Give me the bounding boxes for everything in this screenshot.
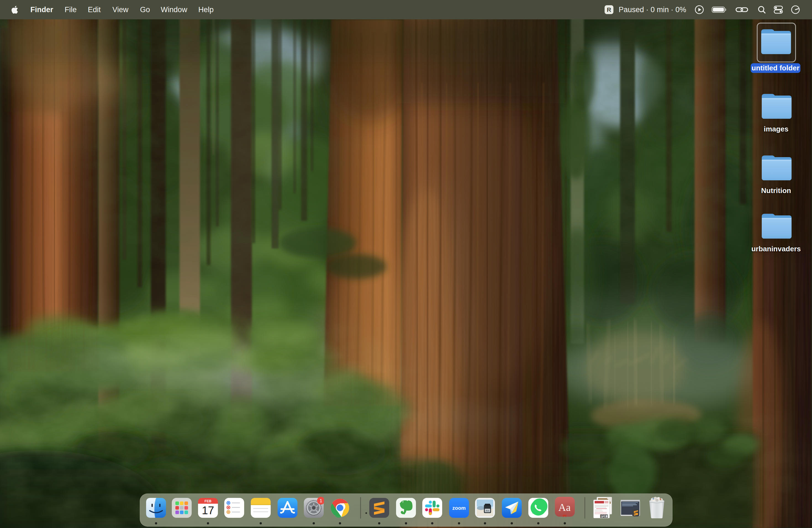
svg-text:PDF: PDF — [601, 514, 607, 518]
svg-text:Aa: Aa — [559, 501, 570, 513]
svg-text:1: 1 — [320, 498, 322, 503]
svg-text:17: 17 — [202, 504, 214, 516]
svg-text:R: R — [607, 6, 611, 13]
svg-text:FEB: FEB — [205, 499, 212, 503]
svg-text:zoom: zoom — [452, 505, 466, 511]
